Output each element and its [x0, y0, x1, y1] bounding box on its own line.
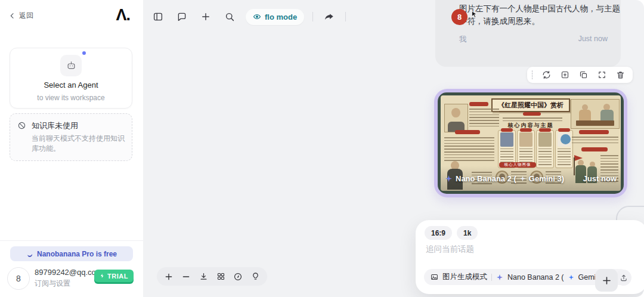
- poster-theme-card: [536, 130, 554, 168]
- copy-icon: [579, 70, 588, 79]
- app-window: 图片左下有一个人物是中国古代人物，与主题不符，请换成周恩来。 我 Just no…: [0, 0, 644, 297]
- settings-link[interactable]: 订阅与设置: [35, 279, 70, 289]
- ideas-button[interactable]: [250, 271, 261, 282]
- expand-icon: [597, 70, 606, 79]
- panel-left-icon: [153, 11, 163, 22]
- chat-sender-label: 我: [459, 35, 467, 45]
- blocked-icon: [17, 121, 26, 154]
- user-avatar[interactable]: 8: [7, 267, 30, 290]
- presence-avatar[interactable]: 8: [451, 9, 467, 25]
- promo-label: Nanobanana Pro is free: [37, 250, 117, 258]
- knowledge-base-texts: 知识库未使用 当前聊天模式不支持使用知识库功能。: [32, 120, 125, 154]
- knowledge-base-card: 知识库未使用 当前聊天模式不支持使用知识库功能。: [10, 113, 132, 161]
- refresh-icon: [542, 70, 551, 79]
- sparkle-icon: [496, 274, 503, 281]
- knowledge-base-body: 当前聊天模式不支持使用知识库功能。: [32, 134, 125, 154]
- zoom-out-button[interactable]: [181, 271, 191, 282]
- delete-button[interactable]: [615, 70, 626, 81]
- composer-model-prefix: Nano Banana 2 (: [507, 273, 564, 281]
- aspect-ratio-chip[interactable]: 16:9: [425, 226, 452, 240]
- export-button[interactable]: [198, 271, 209, 282]
- flowith-logo[interactable]: Λ.: [116, 6, 130, 24]
- add-node-toolbar-button[interactable]: [198, 9, 213, 24]
- sparkle-icon: [445, 175, 453, 182]
- upload-button[interactable]: [615, 270, 631, 286]
- gemini-icon: [519, 175, 526, 182]
- mode-label: 图片生成模式: [442, 272, 487, 282]
- plus-icon: [601, 275, 612, 286]
- canvas-toolbar: flo mode: [150, 8, 346, 25]
- canvas-zoom-toolbar: [157, 267, 267, 286]
- back-label: 返回: [19, 11, 33, 21]
- toolbar-divider: [312, 12, 313, 21]
- image-mode-icon: [431, 273, 438, 281]
- sidebar-toggle-button[interactable]: [150, 9, 166, 24]
- poster-section-pill: [455, 130, 480, 134]
- poster-text-lines: [572, 137, 618, 145]
- model-name-prefix: Nano Banana 2 (: [456, 174, 516, 183]
- flo-mode-eye-icon: [253, 13, 261, 21]
- chat-message-text: 图片左下有一个人物是中国古代人物，与主题不符，请换成周恩来。: [459, 2, 621, 27]
- navigate-button[interactable]: [233, 271, 243, 282]
- model-name-suffix: Gemini 3): [529, 174, 564, 183]
- insert-button[interactable]: [559, 70, 570, 81]
- knowledge-base-title: 知识库未使用: [32, 120, 125, 131]
- grid-icon: [216, 272, 225, 281]
- resolution-chip[interactable]: 1k: [457, 226, 478, 240]
- poster-portraits-heading: 核心人物画像: [499, 162, 536, 168]
- generated-image-node[interactable]: 《红星照耀中国》赏析: [434, 89, 627, 197]
- share-icon: [324, 11, 335, 22]
- poster-portrait-box: [444, 104, 468, 132]
- flo-mode-label: flo mode: [265, 13, 297, 21]
- plus-square-icon: [561, 70, 569, 79]
- poster-text-lines: [503, 117, 562, 121]
- gemini-icon: [568, 274, 574, 280]
- regenerate-button[interactable]: [541, 70, 552, 81]
- add-node-button[interactable]: [595, 269, 618, 292]
- pointer-cursor-icon: [470, 10, 479, 19]
- poster-theme-card: [555, 130, 573, 168]
- back-arrow-icon: [8, 12, 16, 20]
- poster-title: 《红星照耀中国》赏析: [491, 98, 570, 112]
- compass-icon: [233, 272, 243, 281]
- poster-section-pill: [579, 130, 609, 134]
- poster-section-pill: [523, 112, 541, 116]
- trial-label: TRIAL: [107, 273, 128, 280]
- plus-icon: [164, 272, 174, 281]
- poster-section-pill: [581, 147, 608, 151]
- chat-bubble-icon: [177, 11, 187, 22]
- duplicate-button[interactable]: [578, 70, 589, 81]
- robot-icon: [60, 55, 82, 76]
- share-button[interactable]: [321, 9, 337, 24]
- agent-empty-state-card[interactable]: Select an Agent to view its workspace: [10, 48, 132, 109]
- plus-icon: [200, 11, 211, 22]
- fullscreen-button[interactable]: [596, 70, 607, 81]
- lightbulb-icon: [251, 272, 260, 281]
- grid-view-button[interactable]: [215, 271, 226, 282]
- back-button[interactable]: 返回: [8, 11, 33, 21]
- promo-banner[interactable]: Nanobanana Pro is free: [10, 246, 133, 261]
- chat-button[interactable]: [174, 9, 190, 24]
- flo-mode-button[interactable]: flo mode: [246, 9, 304, 25]
- composer-chips: 16:9 1k: [425, 226, 478, 240]
- search-button[interactable]: [222, 9, 237, 24]
- download-icon: [199, 272, 208, 281]
- poster-interview-illustration: [571, 99, 620, 129]
- poster-section-pill: [469, 102, 488, 106]
- trial-badge[interactable]: TRIAL: [94, 270, 134, 282]
- drag-handle[interactable]: [532, 70, 533, 79]
- agent-card-title: Select an Agent: [44, 81, 98, 89]
- nanobanana-icon: [26, 250, 33, 258]
- toolbar-divider: [345, 12, 346, 21]
- model-label: Nano Banana 2 ( Gemini 3): [445, 174, 564, 183]
- upload-icon: [620, 274, 628, 282]
- sidebar-footer: Nanobanana Pro is free 8 89799242@qq.com…: [0, 240, 143, 297]
- canvas[interactable]: 图片左下有一个人物是中国古代人物，与主题不符，请换成周恩来。 我 Just no…: [143, 0, 644, 297]
- composer-input[interactable]: [425, 244, 636, 254]
- trial-icon: [100, 273, 105, 279]
- trash-icon: [616, 70, 625, 79]
- image-node-timestamp: Just now: [583, 174, 617, 183]
- search-icon: [224, 11, 235, 22]
- zoom-in-button[interactable]: [163, 271, 174, 282]
- minus-icon: [181, 272, 191, 281]
